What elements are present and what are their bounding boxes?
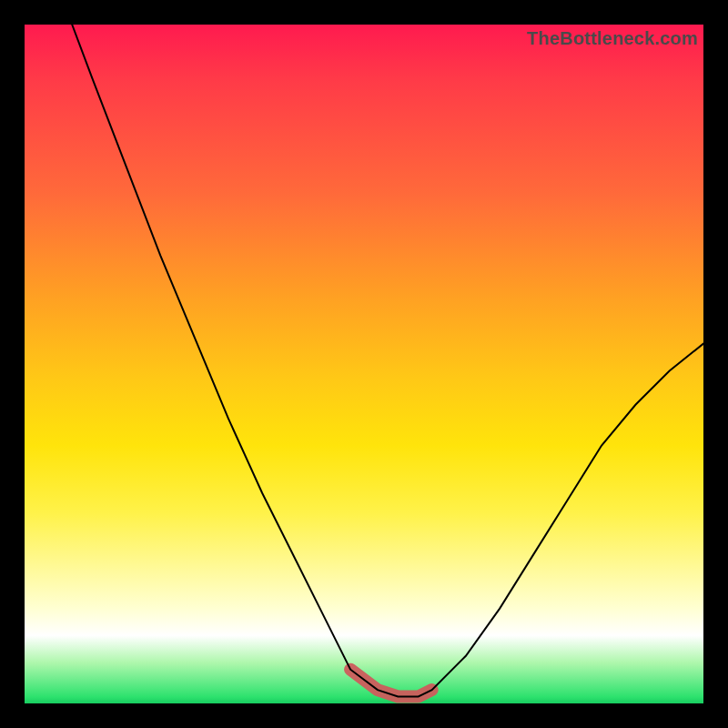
chart-frame: TheBottleneck.com xyxy=(0,0,728,728)
curve-line xyxy=(72,25,703,697)
valley-highlight xyxy=(350,670,432,697)
curve-svg xyxy=(25,25,703,703)
plot-area: TheBottleneck.com xyxy=(25,25,703,703)
